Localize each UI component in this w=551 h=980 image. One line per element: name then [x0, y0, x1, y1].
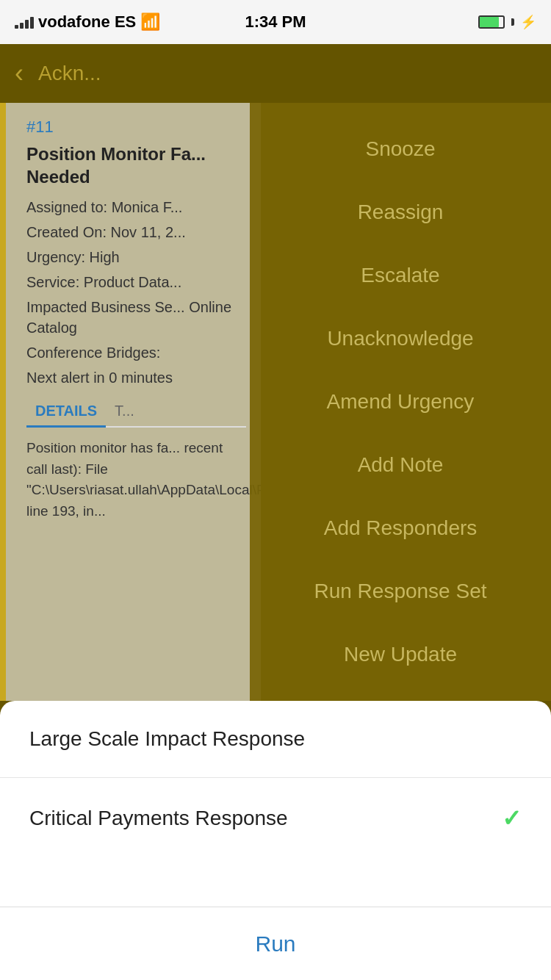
context-menu: Snooze Reassign Escalate Unacknowledge A… — [250, 103, 551, 701]
charging-icon: ⚡ — [520, 14, 536, 30]
menu-new-update[interactable]: New Update — [250, 633, 551, 677]
run-label: Run — [255, 932, 295, 956]
detail-text: Position monitor has fa... recent call l… — [26, 438, 246, 522]
wifi-icon: 📶 — [140, 12, 160, 32]
signal-icon — [15, 15, 34, 29]
created-on: Created On: Nov 11, 2... — [26, 222, 246, 242]
card-tabs: DETAILS T... — [26, 397, 246, 428]
menu-run-response-set[interactable]: Run Response Set — [250, 569, 551, 613]
header-title: Ackn... — [38, 62, 101, 85]
conference: Conference Bridges: — [26, 342, 246, 363]
option-critical-payments[interactable]: Critical Payments Response ✓ — [0, 778, 551, 859]
battery-area: ⚡ — [478, 14, 536, 30]
menu-unacknowledge[interactable]: Unacknowledge — [250, 317, 551, 361]
menu-amend-urgency[interactable]: Amend Urgency — [250, 380, 551, 424]
incident-card: #11 Position Monitor Fa... Needed Assign… — [0, 103, 261, 701]
card-accent-bar — [0, 103, 6, 701]
option-critical-payments-label: Critical Payments Response — [29, 807, 288, 830]
option-large-scale[interactable]: Large Scale Impact Response — [0, 701, 551, 778]
menu-add-responders[interactable]: Add Responders — [250, 506, 551, 550]
incident-id: #11 — [26, 118, 246, 137]
tab-inactive[interactable]: T... — [106, 397, 143, 426]
service: Service: Product Data... — [26, 272, 246, 292]
assigned-to: Assigned to: Monica F... — [26, 197, 246, 217]
selected-checkmark-icon: ✓ — [502, 804, 522, 832]
tab-details[interactable]: DETAILS — [26, 397, 106, 428]
menu-snooze[interactable]: Snooze — [250, 127, 551, 171]
status-bar: vodafone ES 📶 1:34 PM ⚡ — [0, 0, 551, 44]
menu-reassign[interactable]: Reassign — [250, 190, 551, 234]
carrier-name: vodafone ES — [38, 12, 136, 32]
status-time: 1:34 PM — [245, 12, 306, 32]
card-body: #11 Position Monitor Fa... Needed Assign… — [15, 118, 246, 522]
battery-icon — [478, 15, 505, 29]
next-alert: Next alert in 0 minutes — [26, 367, 246, 388]
menu-escalate[interactable]: Escalate — [250, 253, 551, 298]
incident-title: Position Monitor Fa... Needed — [26, 143, 246, 188]
back-button[interactable]: ‹ — [15, 58, 24, 89]
urgency: Urgency: High — [26, 247, 246, 267]
bottom-sheet: Large Scale Impact Response Critical Pay… — [0, 701, 551, 980]
option-large-scale-label: Large Scale Impact Response — [29, 727, 305, 751]
run-button[interactable]: Run — [0, 907, 551, 980]
impacted: Impacted Business Se... Online Catalog — [26, 297, 246, 338]
menu-add-note[interactable]: Add Note — [250, 443, 551, 487]
battery-cap — [511, 18, 514, 26]
header-bar: ‹ Ackn... — [0, 44, 551, 103]
carrier-signal: vodafone ES 📶 — [15, 12, 160, 32]
response-options: Large Scale Impact Response Critical Pay… — [0, 701, 551, 859]
